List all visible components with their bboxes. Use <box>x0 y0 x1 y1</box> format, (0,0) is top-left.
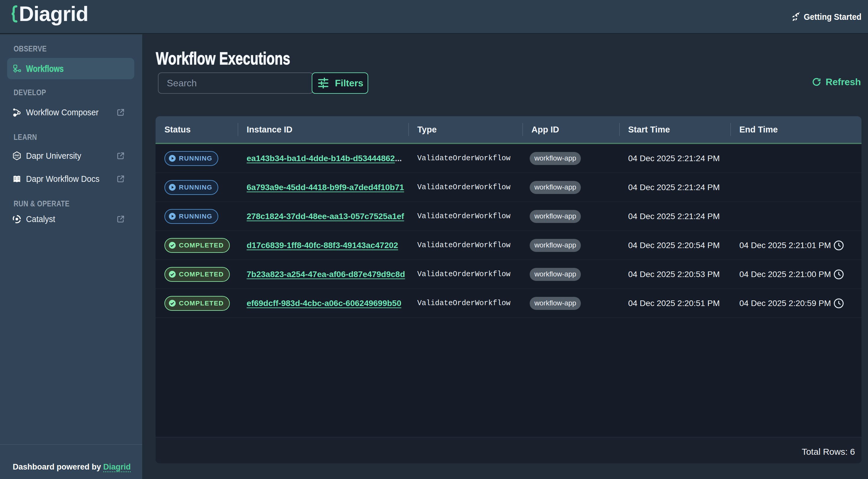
svg-text:dapr: dapr <box>14 154 19 156</box>
svg-text:University: University <box>14 156 20 158</box>
